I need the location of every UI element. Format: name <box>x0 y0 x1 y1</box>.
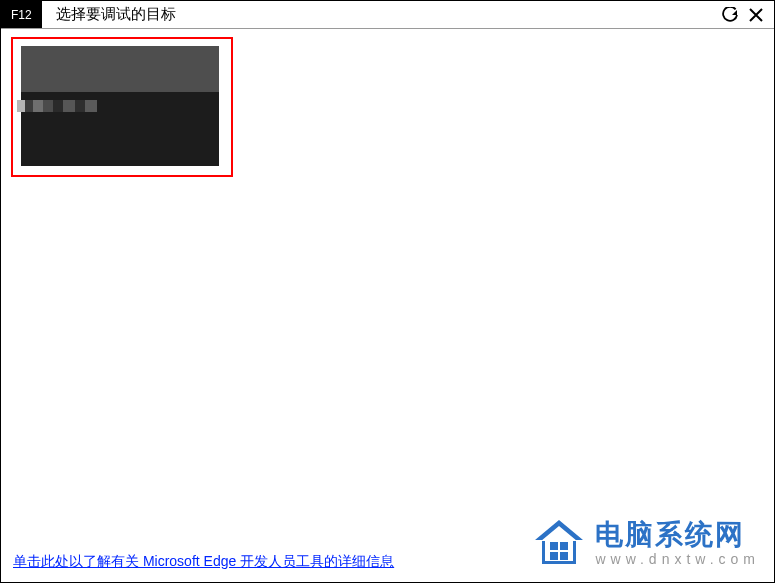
refresh-icon <box>722 7 738 23</box>
debug-target-tile[interactable] <box>11 37 233 177</box>
target-thumbnail <box>21 46 219 166</box>
help-link[interactable]: 单击此处以了解有关 Microsoft Edge 开发人员工具的详细信息 <box>13 553 394 571</box>
devtools-chooser-window: F12 选择要调试的目标 <box>0 0 775 583</box>
titlebar: F12 选择要调试的目标 <box>1 1 774 29</box>
footer: 单击此处以了解有关 Microsoft Edge 开发人员工具的详细信息 <box>1 542 774 582</box>
f12-badge: F12 <box>1 1 42 28</box>
refresh-button[interactable] <box>720 5 740 25</box>
thumbnail-region <box>21 46 219 92</box>
close-icon <box>749 8 763 22</box>
title-controls <box>720 5 774 25</box>
window-title: 选择要调试的目标 <box>42 5 720 24</box>
content-area <box>1 29 774 542</box>
close-button[interactable] <box>746 5 766 25</box>
thumbnail-strip <box>17 100 107 112</box>
